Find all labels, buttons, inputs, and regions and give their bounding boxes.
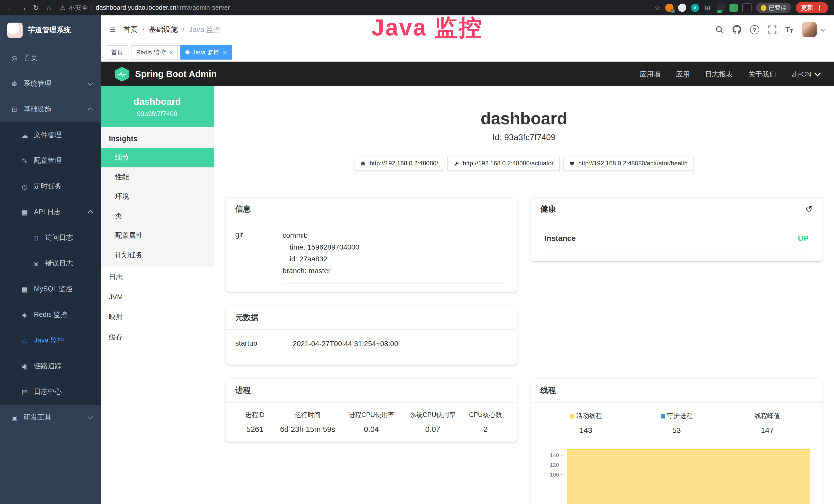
info-row-git: git commit: time: 1596289704000 id: 27aa… [235, 230, 507, 284]
close-icon[interactable]: × [170, 49, 173, 55]
sidebar-item-infra[interactable]: ⊡ 基础设施 [0, 96, 101, 122]
tab-redis[interactable]: Redis 监控 × [131, 45, 178, 60]
link-label: http://192.168.0.2:48080/actuator [463, 160, 554, 167]
sidebar-item-home[interactable]: ◎ 首页 [0, 45, 101, 71]
info-card: 信息 git commit: time: 1596289704000 id: 2… [226, 198, 517, 292]
base-url-link[interactable]: http://192.168.0.2:48080/ [354, 156, 444, 171]
info-key: git [235, 230, 283, 284]
paused-label: 已暂停 [769, 4, 787, 12]
sidebar-item-config[interactable]: ✎ 配置管理 [0, 148, 101, 174]
extension-icon-5[interactable]: on [716, 4, 725, 12]
sba-item-jvm[interactable]: JVM [101, 287, 214, 307]
sba-brand-title[interactable]: Spring Boot Admin [135, 69, 217, 79]
navbar-actions: ? TT [715, 22, 825, 37]
main-content: ≡ 首页 / 基础设施 / Java 监控 ? [101, 16, 834, 504]
info-value: commit: time: 1596289704000 id: 27aa832 … [283, 230, 507, 284]
tab-java[interactable]: Java 监控 × [180, 45, 232, 60]
insights-group: Insights 细节 性能 环境 类 配置属性 计划任务 [101, 127, 214, 267]
sidebar-item-tracing[interactable]: ◉ 链路追踪 [0, 353, 101, 379]
sidebar-item-label: 定时任务 [34, 182, 62, 191]
paused-badge[interactable]: 已暂停 [756, 3, 791, 13]
url-host[interactable]: dashboard.yudao.iocoder.cn [96, 4, 176, 11]
sidebar-item-label: API 日志 [34, 207, 61, 217]
locale-selector[interactable]: zh-CN [791, 70, 820, 78]
legend-value: 53 [631, 426, 722, 435]
y-tick-140: 140 [541, 452, 563, 458]
sba-item-configprops[interactable]: 配置属性 [101, 226, 214, 246]
tab-label: Redis 监控 [136, 48, 166, 57]
bookmark-star-icon[interactable]: ☆ [655, 4, 660, 12]
url-path[interactable]: /infra/admin-server [176, 4, 230, 11]
sidebar-item-log-center[interactable]: ▤ 日志中心 [0, 379, 101, 405]
user-avatar[interactable] [802, 22, 817, 37]
sba-item-details[interactable]: 细节 [101, 148, 214, 167]
update-button[interactable]: 更新 ⋮ [796, 2, 828, 13]
close-icon[interactable]: × [223, 49, 226, 55]
extension-icon-2[interactable] [678, 4, 686, 12]
breadcrumb-home[interactable]: 首页 [123, 25, 138, 34]
col-header: 系统CPU使用率 [402, 411, 463, 420]
health-url-link[interactable]: http://192.168.0.2:48080/actuator/health [563, 156, 694, 171]
sidebar-item-mysql[interactable]: ▦ MySQL 监控 [0, 276, 101, 302]
threads-area-fill [567, 449, 810, 504]
github-icon[interactable] [732, 25, 741, 34]
sidebar-item-redis[interactable]: ◈ Redis 监控 [0, 302, 101, 328]
legend-swatch-daemon [660, 414, 665, 419]
font-size-icon[interactable]: TT [785, 25, 793, 34]
search-icon[interactable] [715, 25, 724, 34]
home-icon[interactable]: ⌂ [45, 4, 53, 12]
fullscreen-icon[interactable] [768, 25, 776, 34]
back-icon[interactable]: ← [6, 4, 14, 12]
extension-icon-3[interactable]: V [691, 4, 699, 12]
browser-menu-icon[interactable]: ⋮ [816, 4, 823, 12]
sidebar-item-system[interactable]: ☸ 系统管理 [0, 71, 101, 96]
warning-icon: ⚠ [60, 4, 65, 11]
process-col-pid: 进程ID 5261 [235, 411, 275, 434]
process-table: 进程ID 5261 运行时间 6d 23h 15m 59s 进程CPU使用率 0… [235, 411, 507, 434]
security-label[interactable]: 不安全 [69, 3, 88, 12]
sba-item-scheduled-tasks[interactable]: 计划任务 [101, 246, 214, 265]
sidebar-item-api-log[interactable]: ▤ API 日志 [0, 199, 101, 225]
sba-nav-applications[interactable]: 应用 [676, 70, 690, 79]
col-header: 进程ID [235, 411, 275, 420]
instance-header[interactable]: dashboard 93a3fc7f7409 [101, 86, 214, 127]
help-icon[interactable]: ? [750, 25, 759, 34]
sba-item-metrics[interactable]: 性能 [101, 167, 214, 187]
sidebar-item-file[interactable]: ☁ 文件管理 [0, 122, 101, 148]
sidebar-item-job[interactable]: ◷ 定时任务 [0, 174, 101, 199]
avatar-caret-icon[interactable] [821, 26, 826, 31]
extension-icon-4[interactable]: ⊞ [704, 4, 712, 12]
threads-card: 线程 活动线程 143 [531, 379, 822, 504]
tab-home[interactable]: 首页 [106, 45, 128, 60]
sidebar-logo[interactable]: 芋道管理系统 [0, 16, 101, 45]
health-row[interactable]: Instance UP [543, 231, 811, 251]
sba-nav-wallboard[interactable]: 应用墙 [640, 70, 660, 79]
sidebar-item-access-log[interactable]: ⊡ 访问日志 [0, 225, 101, 251]
address-bar[interactable]: ⚠ 不安全 dashboard.yudao.iocoder.cn/infra/a… [60, 3, 230, 12]
sba-item-mappings[interactable]: 映射 [101, 307, 214, 327]
extension-icon-6[interactable] [729, 4, 738, 12]
sba-nav-journal[interactable]: 日志报表 [705, 70, 733, 79]
forward-icon[interactable]: → [19, 4, 27, 12]
breadcrumb-section[interactable]: 基础设施 [149, 25, 178, 34]
sidebar-item-error-log[interactable]: ⊠ 错误日志 [0, 251, 101, 276]
git-time-line: time: 1596289704000 [283, 241, 507, 253]
tab-label: 首页 [111, 48, 123, 57]
reload-icon[interactable]: ↻ [32, 4, 40, 12]
extension-icon-7[interactable] [742, 3, 751, 12]
history-icon[interactable]: ↺ [806, 205, 813, 214]
sba-nav-about[interactable]: 关于我们 [748, 70, 776, 79]
sba-main: dashboard Id: 93a3fc7f7409 http://192.16… [214, 86, 834, 504]
chevron-down-icon [88, 80, 93, 86]
sba-item-logs[interactable]: 日志 [101, 267, 214, 287]
actuator-url-link[interactable]: http://192.168.0.2:48080/actuator [447, 156, 560, 171]
extension-icon-1[interactable]: 1 [665, 4, 673, 12]
sidebar-item-devtools[interactable]: ▣ 研发工具 [0, 405, 101, 430]
hamburger-icon[interactable]: ≡ [110, 24, 115, 35]
edit-icon: ✎ [21, 157, 29, 165]
sba-item-environment[interactable]: 环境 [101, 187, 214, 206]
spring-boot-admin-logo[interactable] [115, 67, 129, 82]
sidebar-item-java[interactable]: ♨ Java 监控 [0, 328, 101, 353]
sba-item-caches[interactable]: 缓存 [101, 327, 214, 347]
sba-item-classes[interactable]: 类 [101, 206, 214, 226]
